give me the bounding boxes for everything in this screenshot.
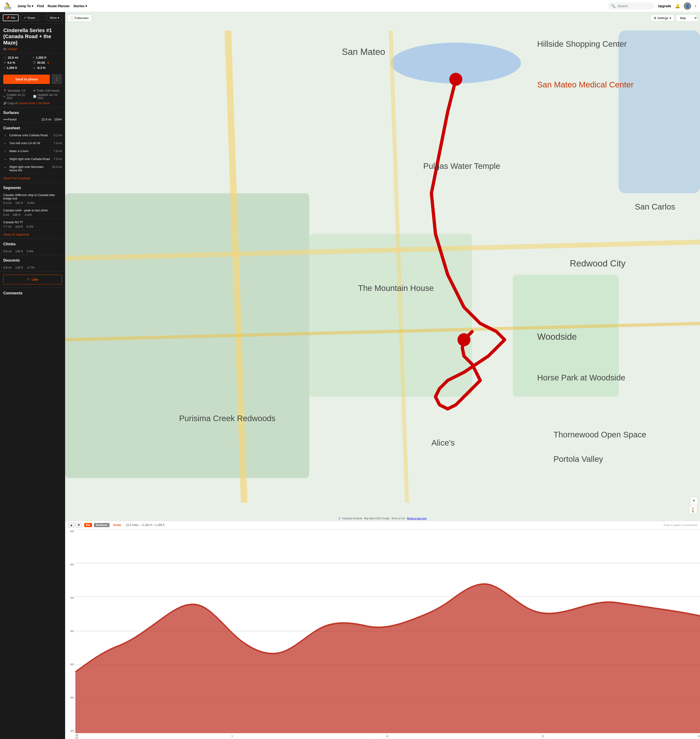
x-label-10: 10	[386, 735, 388, 738]
svg-text:Woodside: Woodside	[537, 332, 577, 342]
cuesheet-header: Cuesheet	[0, 123, 65, 132]
more-button[interactable]: More ▾	[47, 15, 62, 21]
clock-icon: ⏱	[32, 61, 36, 65]
meta-updated: 🔄 Updated Jan 24, 2022	[33, 93, 62, 100]
svg-text:San Carlos: San Carlos	[635, 202, 675, 211]
meta-copy: 🔗 Copy of Canada Road + the Maze	[3, 101, 62, 105]
show-full-cuesheet-link[interactable]: Show Full Cuesheet	[0, 174, 65, 182]
cue-item-2: ↑ Make a U-turn 7.8 mi	[3, 147, 62, 155]
pencil-icon: ✏	[3, 95, 6, 98]
descents-header: Descents	[0, 255, 65, 264]
cue-text-0: Continue onto Cañada Road	[9, 134, 51, 137]
pin-button[interactable]: 📌 Pin	[3, 15, 19, 21]
top-nav: 🚴 Jump To ▾ Find Route Planner Stories ▾…	[0, 0, 700, 12]
cue-icon-0: ↑	[3, 134, 7, 137]
send-to-phone-button[interactable]: Send to phone	[3, 75, 50, 84]
svg-text:Portola Valley: Portola Valley	[553, 454, 603, 463]
surface-type: Paved	[8, 118, 16, 121]
elevation-next-button[interactable]: ▼	[75, 523, 82, 527]
route-planner-link[interactable]: Route Planner	[48, 4, 70, 8]
jump-to-menu[interactable]: Jump To ▾	[18, 4, 33, 8]
upgrade-link[interactable]: Upgrade	[658, 4, 671, 8]
seg-grade-1: -1.0%	[24, 213, 32, 216]
copy-link[interactable]: Canada Road + the Maze	[18, 101, 50, 105]
fullscreen-button[interactable]: ⛶ Fullscreen	[68, 15, 92, 22]
search-icon: 🔍	[611, 4, 616, 8]
ele-tag[interactable]: Ele	[84, 523, 92, 527]
notifications-icon[interactable]: 🔔	[675, 3, 680, 9]
cue-icon-3: →	[3, 157, 7, 161]
find-link[interactable]: Find	[37, 4, 44, 8]
cue-text-2: Make a U-turn	[9, 149, 51, 153]
descents-section: 0.8 mi 133 ft -2.7%	[0, 264, 65, 271]
report-map-error-link[interactable]: Report a map error	[407, 517, 426, 520]
cue-text-1: Turn left onto CA-92 W	[9, 141, 51, 145]
stat-time: ⏱ 00:00 ▲	[32, 61, 62, 65]
profile-chevron-icon[interactable]: ▾	[695, 4, 696, 8]
cue-icon-4: →	[3, 165, 7, 169]
share-button[interactable]: ↗ Share	[21, 15, 38, 21]
avatar[interactable]: 👤	[684, 2, 691, 10]
stat-elevation-gain: + 1,292 ft	[32, 56, 62, 59]
elevation-panel: ▲ ▼ Ele Surfaces Grade 22.8 miles · +1,2…	[65, 521, 700, 739]
route-title-section: Cinderella Series #1 (Canada Road + the …	[0, 24, 65, 53]
like-button[interactable]: ♡ Like	[3, 275, 62, 284]
y-axis-labels: 600 550 500 450 400 350 300	[65, 529, 75, 738]
segment-item-0: Canada Jefferson stop to Canada bike bri…	[0, 191, 65, 207]
settings-chevron-icon: ▾	[669, 16, 671, 20]
drag-hint: Drag on graph to zoom/select	[664, 524, 697, 526]
stat-grade-up: ↗ 6.0 %	[3, 61, 32, 65]
elevation-prev-button[interactable]: ▲	[68, 523, 75, 527]
comments-section: Comments	[0, 288, 65, 298]
descent-grade-0: -2.7%	[26, 266, 34, 269]
meta-location: 📍 Woodside, CA	[3, 89, 32, 92]
x-label-15: 15	[542, 735, 544, 738]
map-container[interactable]: ⛶ Fullscreen ⚙ Settings ▾ Map Satellite …	[65, 12, 700, 521]
cue-item-3: → Slight right onto Cañada Road 7.9 mi	[3, 155, 62, 163]
eye-icon: 👁	[33, 89, 36, 92]
x-label-ele: ele(ft)	[75, 734, 78, 739]
descent-dist-0: 0.8 mi	[3, 266, 12, 269]
elevation-chart-container: 600 550 500 450 400 350 300	[65, 529, 700, 738]
elevation-summary: 22.8 miles · +1,292 ft / -1,289 ft	[126, 523, 165, 527]
expand-icon: ⛶	[71, 16, 74, 20]
cue-dist-0: 0.2 mi	[54, 134, 62, 137]
svg-point-7	[457, 333, 471, 346]
seg-grade-2: 0.2%	[26, 225, 34, 228]
seg-elev-1: 186 ft	[13, 213, 21, 216]
elevation-toolbar: ▲ ▼ Ele Surfaces Grade 22.8 miles · +1,2…	[65, 521, 700, 529]
send-options-button[interactable]: ⋮	[51, 74, 62, 84]
search-input[interactable]	[618, 4, 651, 8]
climb-item-0: 0.8 mi 134 ft 3.0%	[0, 248, 65, 255]
google-logo: G	[338, 517, 340, 520]
stat-grade-down: ↘ -8.3 %	[32, 66, 62, 69]
segment-item-2: Canada Rd TT 7.7 mi 418 ft 0.2%	[0, 219, 65, 231]
street-view-icon[interactable]: 🚶	[689, 507, 697, 514]
grade-down-icon: ↘	[32, 66, 35, 69]
seg-dist-2: 7.7 mi	[3, 225, 12, 228]
map-svg: San Mateo Hillside Shopping Center San M…	[65, 12, 700, 521]
grade-tag[interactable]: Grade	[112, 523, 123, 527]
meta-visibility: 👁 Public (249 views)	[33, 89, 62, 92]
cue-dist-3: 7.9 mi	[54, 157, 62, 161]
zoom-in-button[interactable]: +	[690, 497, 697, 504]
x-label-5: 5	[232, 735, 233, 738]
surface-paved-icon	[3, 119, 8, 120]
stories-menu[interactable]: Stories ▾	[74, 4, 87, 8]
stat-distance: ↔ 22.8 mi	[3, 56, 32, 59]
surfaces-tag[interactable]: Surfaces	[94, 523, 110, 527]
meta-created: ✏ Created Jul 13, 2021	[3, 93, 32, 100]
map-toolbar: ⛶ Fullscreen ⚙ Settings ▾ Map Satellite …	[68, 15, 698, 22]
settings-button[interactable]: ⚙ Settings ▾	[651, 15, 674, 21]
elevation-nav: ▲ ▼	[68, 523, 82, 527]
svg-text:The Mountain House: The Mountain House	[358, 284, 434, 292]
map-type-select[interactable]: Map Satellite Terrain	[676, 15, 698, 22]
svg-text:Hillside Shopping Center: Hillside Shopping Center	[537, 39, 627, 48]
climb-grade-0: 3.0%	[26, 250, 34, 253]
author-link[interactable]: velogirl	[8, 47, 17, 51]
sidebar: 📌 Pin ↗ Share More ▾ Cinderella Series #…	[0, 12, 65, 739]
show-all-segments-link[interactable]: Show All Segments	[0, 231, 65, 239]
search-bar[interactable]: 🔍	[608, 2, 654, 10]
sidebar-toolbar: 📌 Pin ↗ Share More ▾	[0, 12, 65, 24]
surfaces-header: Surfaces	[0, 107, 65, 116]
